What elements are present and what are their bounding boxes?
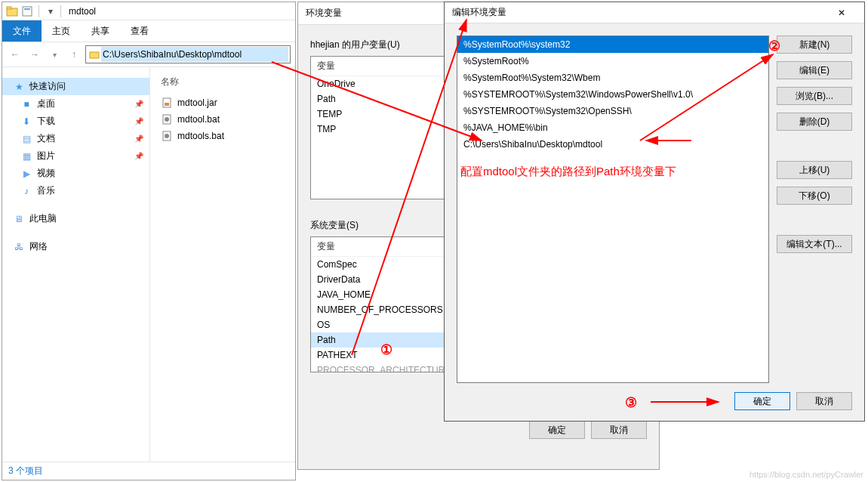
folder-icon [5, 5, 19, 18]
folder-icon [88, 48, 101, 61]
network-icon: 🖧 [13, 241, 25, 253]
videos-icon: ▶ [20, 168, 32, 180]
file-list: 名称 mdtool.jar mdtool.bat mdtools.bat [150, 67, 295, 462]
list-item[interactable]: %SystemRoot%\System32\Wbem [457, 70, 768, 86]
pictures-icon: ▦ [20, 150, 32, 162]
list-item[interactable]: %JAVA_HOME%\bin [457, 119, 768, 136]
nav-toolbar: ← → ▾ ↑ [2, 42, 295, 67]
item-count: 3 个项目 [8, 465, 43, 477]
list-item[interactable]: C:\Users\ShibaInu\Desktop\mdtool [457, 136, 768, 153]
nav-music[interactable]: ♪音乐 [2, 182, 149, 199]
svg-rect-2 [23, 7, 32, 16]
delete-button[interactable]: 删除(D) [777, 113, 852, 131]
nav-pane: ★ 快速访问 ■桌面📌 ⬇下载📌 ▤文档📌 ▦图片📌 ▶视频 ♪音乐 🖥此电脑 … [2, 67, 150, 462]
pin-icon: 📌 [134, 100, 143, 108]
nav-documents[interactable]: ▤文档📌 [2, 130, 149, 147]
desktop-icon: ■ [20, 98, 32, 110]
list-item[interactable]: %SYSTEMROOT%\System32\WindowsPowerShell\… [457, 86, 768, 103]
pc-icon: 🖥 [13, 213, 25, 225]
recent-dropdown-icon[interactable]: ▾ [46, 46, 63, 63]
file-row[interactable]: mdtool.jar [158, 94, 288, 111]
quick-access-header[interactable]: ★ 快速访问 [2, 78, 149, 95]
svg-point-8 [165, 117, 169, 122]
nav-downloads[interactable]: ⬇下载📌 [2, 113, 149, 130]
side-buttons: 新建(N) 编辑(E) 浏览(B)... 删除(D) 上移(U) 下移(O) 编… [777, 36, 852, 409]
file-row[interactable]: mdtools.bat [158, 128, 288, 144]
window-title: mdtool [69, 6, 96, 17]
close-icon[interactable]: ✕ [826, 8, 857, 18]
downloads-icon: ⬇ [20, 116, 32, 128]
back-icon[interactable]: ← [7, 46, 23, 63]
dialog-footer: 确定 取消 [734, 392, 852, 410]
dropdown-icon[interactable]: ▾ [44, 5, 57, 18]
tab-view[interactable]: 查看 [120, 20, 159, 42]
browse-button[interactable]: 浏览(B)... [777, 87, 852, 105]
watermark: https://blog.csdn.net/pyCrawler [749, 470, 863, 479]
edit-text-button[interactable]: 编辑文本(T)... [777, 235, 852, 253]
label: 快速访问 [29, 80, 66, 93]
pin-icon: 📌 [134, 134, 143, 143]
star-icon: ★ [13, 81, 25, 93]
tab-home[interactable]: 主页 [42, 20, 81, 42]
explorer-titlebar: ▾ mdtool [2, 2, 295, 20]
nav-this-pc[interactable]: 🖥此电脑 [2, 210, 149, 227]
jar-icon [161, 97, 173, 109]
svg-rect-6 [165, 103, 169, 106]
explorer-window: ▾ mdtool 文件 主页 共享 查看 ← → ▾ ↑ ★ 快速访问 ■桌 [2, 2, 296, 480]
list-item[interactable]: %SYSTEMROOT%\System32\OpenSSH\ [457, 103, 768, 119]
ok-button[interactable]: 确定 [734, 392, 790, 410]
nav-pictures[interactable]: ▦图片📌 [2, 147, 149, 165]
dialog-buttons: 确定 取消 [310, 421, 647, 439]
list-item[interactable]: %SystemRoot%\system32 [457, 36, 768, 53]
ok-button[interactable]: 确定 [529, 421, 585, 439]
file-row[interactable]: mdtool.bat [158, 111, 288, 128]
bat-icon [161, 130, 173, 142]
edit-env-dialog: 编辑环境变量 ✕ %SystemRoot%\system32 %SystemRo… [444, 2, 865, 422]
nav-videos[interactable]: ▶视频 [2, 165, 149, 182]
edit-button[interactable]: 编辑(E) [777, 61, 852, 79]
cancel-button[interactable]: 取消 [796, 392, 852, 410]
tab-share[interactable]: 共享 [81, 20, 120, 42]
cancel-button[interactable]: 取消 [591, 421, 647, 439]
address-input[interactable] [101, 47, 288, 62]
up-icon[interactable]: ↑ [66, 46, 82, 63]
dialog-title: 编辑环境变量 [452, 6, 506, 19]
music-icon: ♪ [20, 185, 32, 197]
properties-icon[interactable] [20, 5, 34, 18]
bat-icon [161, 113, 173, 125]
forward-icon[interactable]: → [26, 46, 43, 63]
list-item[interactable]: %SystemRoot% [457, 53, 768, 70]
column-name[interactable]: 名称 [158, 73, 288, 94]
status-bar: 3 个项目 [2, 462, 295, 480]
path-list[interactable]: %SystemRoot%\system32 %SystemRoot% %Syst… [457, 36, 769, 383]
documents-icon: ▤ [20, 133, 32, 145]
svg-rect-1 [7, 7, 11, 9]
new-button[interactable]: 新建(N) [777, 36, 852, 54]
nav-desktop[interactable]: ■桌面📌 [2, 95, 149, 113]
address-bar[interactable] [85, 45, 291, 63]
svg-point-10 [165, 134, 169, 138]
nav-network[interactable]: 🖧网络 [2, 238, 149, 255]
ribbon-tabs: 文件 主页 共享 查看 [2, 20, 295, 42]
svg-rect-4 [90, 52, 99, 58]
tab-file[interactable]: 文件 [2, 20, 42, 42]
move-down-button[interactable]: 下移(O) [777, 187, 852, 205]
pin-icon: 📌 [134, 117, 143, 125]
move-up-button[interactable]: 上移(U) [777, 161, 852, 179]
dialog-titlebar: 编辑环境变量 ✕ [445, 2, 864, 23]
pin-icon: 📌 [134, 152, 143, 160]
svg-rect-3 [24, 8, 30, 10]
